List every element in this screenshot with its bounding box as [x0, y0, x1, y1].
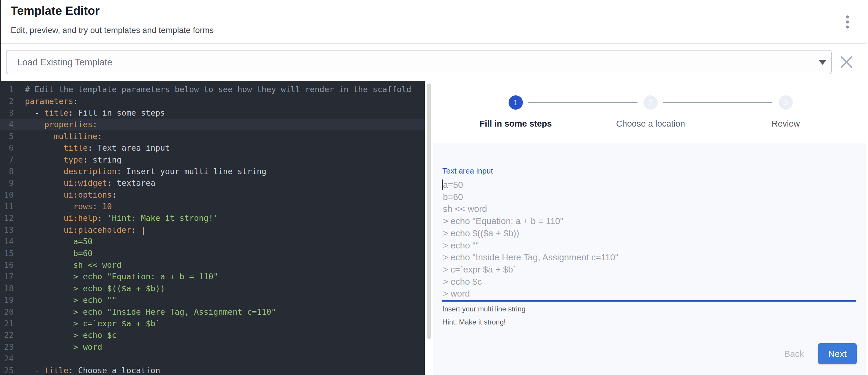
code-text: > echo "": [25, 295, 117, 305]
field-description: Insert your multi line string: [442, 305, 526, 313]
code-text: title: Text area input: [25, 143, 170, 152]
line-number: 18: [0, 284, 14, 293]
code-text: ui:options:: [25, 190, 117, 199]
code-text: > echo $c: [25, 331, 117, 340]
code-lines: 1# Edit the template parameters below to…: [0, 84, 425, 375]
editor-scrollbar[interactable]: [427, 84, 431, 339]
step-number: 2: [649, 98, 653, 107]
field-hint: Hint: Make it strong!: [442, 318, 505, 326]
page-title: Template Editor: [11, 4, 99, 18]
code-line[interactable]: 3 - title: Fill in some steps: [0, 107, 425, 119]
code-line[interactable]: 13 ui:placeholder: |: [0, 224, 425, 236]
code-text: multiline:: [25, 132, 102, 141]
step-indicator-1: 1: [508, 95, 523, 110]
page-subtitle: Edit, preview, and try out templates and…: [11, 26, 214, 35]
code-text: b=60: [25, 249, 93, 258]
code-line[interactable]: 7 type: string: [0, 154, 425, 165]
back-button[interactable]: Back: [776, 346, 812, 361]
line-number: 7: [0, 155, 14, 164]
code-text: - title: Fill in some steps: [25, 108, 165, 117]
code-line[interactable]: 21 > c=`expr $a + $b`: [0, 318, 425, 329]
line-number: 1: [0, 85, 14, 94]
next-button[interactable]: Next: [818, 343, 857, 364]
step-indicator-2: 2: [644, 95, 658, 110]
code-line[interactable]: 18 > echo $(($a + $b)): [0, 283, 425, 294]
step-number: 1: [514, 98, 518, 107]
code-line[interactable]: 2parameters:: [0, 95, 425, 107]
code-editor[interactable]: 1# Edit the template parameters below to…: [0, 81, 425, 375]
line-number: 22: [0, 331, 14, 340]
step-connector: [663, 102, 772, 103]
step-label-choose-a-location: Choose a location: [576, 119, 725, 129]
code-line[interactable]: 24: [0, 353, 425, 364]
code-text: type: string: [25, 155, 122, 164]
text-cursor: [442, 180, 443, 190]
step-number: 3: [784, 98, 788, 107]
line-number: 8: [0, 167, 14, 176]
code-line[interactable]: 5 multiline:: [0, 130, 425, 142]
line-number: 2: [0, 97, 14, 106]
code-line[interactable]: 9 ui:widget: textarea: [0, 177, 425, 189]
input-underline: [442, 300, 856, 302]
code-line[interactable]: 20 > echo "Inside Here Tag, Assignment c…: [0, 306, 425, 317]
line-number: 16: [0, 260, 14, 270]
kebab-menu-icon: [846, 21, 849, 24]
code-line[interactable]: 10 ui:options:: [0, 189, 425, 200]
multiline-textarea[interactable]: [442, 178, 858, 302]
code-line[interactable]: 19 > echo "": [0, 294, 425, 306]
code-line[interactable]: 6 title: Text area input: [0, 142, 425, 154]
line-number: 14: [0, 237, 14, 246]
code-line[interactable]: 4 properties:: [0, 119, 425, 130]
code-line[interactable]: 16 sh << word: [0, 259, 425, 271]
window-right-edge: [866, 0, 866, 375]
line-number: 17: [0, 272, 14, 281]
load-template-placeholder: Load Existing Template: [17, 57, 112, 68]
line-number: 19: [0, 295, 14, 305]
line-number: 3: [0, 108, 14, 117]
line-number: 15: [0, 249, 14, 258]
code-text: a=50: [25, 237, 93, 246]
code-line[interactable]: 8 description: Insert your multi line st…: [0, 165, 425, 177]
line-number: 12: [0, 213, 14, 223]
code-text: > c=`expr $a + $b`: [25, 319, 160, 328]
line-number: 4: [0, 120, 14, 129]
code-text: description: Insert your multi line stri…: [25, 167, 267, 176]
line-number: 6: [0, 143, 14, 152]
line-number: 23: [0, 342, 14, 351]
close-icon: [839, 55, 854, 69]
line-number: 21: [0, 319, 14, 328]
load-template-select[interactable]: Load Existing Template: [6, 50, 832, 74]
code-line[interactable]: 25 - title: Choose a location: [0, 364, 425, 375]
code-line[interactable]: 12 ui:help: 'Hint: Make it strong!': [0, 212, 425, 224]
line-number: 13: [0, 225, 14, 235]
code-line[interactable]: 11 rows: 10: [0, 200, 425, 212]
textarea-field-label: Text area input: [442, 166, 493, 176]
code-text: parameters:: [25, 97, 78, 106]
line-number: 24: [0, 354, 14, 363]
page-header: Template Editor Edit, preview, and try o…: [1, 0, 866, 44]
code-text: > echo "Equation: a + b = 110": [25, 272, 218, 281]
code-text: - title: Choose a location: [25, 366, 160, 375]
step-label-fill-in-some-steps: Fill in some steps: [441, 119, 590, 129]
clear-template-button[interactable]: [839, 55, 854, 69]
line-number: 10: [0, 190, 14, 199]
code-line[interactable]: 15 b=60: [0, 247, 425, 259]
kebab-menu-icon: [846, 26, 849, 29]
kebab-menu-icon: [846, 15, 849, 19]
code-line[interactable]: 22 > echo $c: [0, 329, 425, 341]
line-number: 9: [0, 178, 14, 187]
line-number: 5: [0, 132, 14, 141]
code-text: properties:: [25, 120, 97, 129]
code-line[interactable]: 23 > word: [0, 341, 425, 353]
code-line[interactable]: 14 a=50: [0, 236, 425, 247]
code-text: > echo "Inside Here Tag, Assignment c=11…: [25, 307, 276, 316]
code-text: # Edit the template parameters below to …: [25, 85, 411, 94]
line-number: 11: [0, 202, 14, 211]
code-text: sh << word: [25, 260, 122, 270]
code-line[interactable]: 17 > echo "Equation: a + b = 110": [0, 271, 425, 282]
step-indicator-3: 3: [779, 95, 793, 110]
code-line[interactable]: 1# Edit the template parameters below to…: [0, 84, 425, 95]
chevron-down-icon: [819, 60, 827, 65]
code-text: ui:help: 'Hint: Make it strong!': [25, 213, 218, 223]
more-options-button[interactable]: [840, 14, 855, 30]
